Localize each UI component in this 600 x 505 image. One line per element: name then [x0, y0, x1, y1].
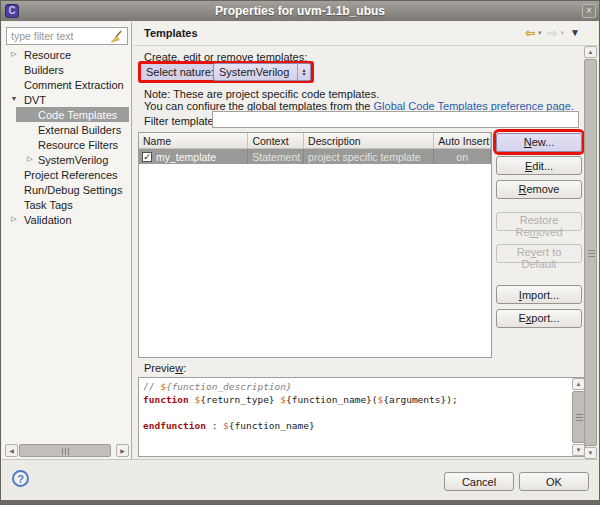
window-title: Properties for uvm-1.1b_ubus	[1, 4, 599, 18]
sidebar-item-systemverilog[interactable]: ▷SystemVerilog	[2, 152, 130, 167]
code-line: // ${function_description}	[143, 380, 570, 393]
help-icon[interactable]: ?	[12, 470, 29, 487]
preview-label: Preview:	[144, 362, 186, 374]
sidebar-item-project-references[interactable]: Project References	[2, 167, 130, 182]
code-line: endfunction : ${function_name}	[143, 419, 570, 432]
edit-button[interactable]: Edit...	[496, 156, 582, 175]
button-wrap: Restore Removed	[496, 212, 582, 240]
sidebar-item-label: Run/Debug Settings	[24, 184, 122, 196]
code-line: function ${return_type} ${function_name}…	[143, 393, 570, 406]
column-header-name[interactable]: Name	[139, 133, 248, 148]
sidebar-item-label: SystemVerilog	[38, 154, 108, 166]
scroll-left-icon[interactable]: ◀	[5, 444, 18, 457]
spinner-down-icon: ▾	[302, 72, 305, 76]
preview-code: // ${function_description}function ${ret…	[143, 380, 570, 432]
cancel-button[interactable]: Cancel	[444, 472, 514, 491]
scrollbar-grip	[62, 448, 69, 455]
button-wrap: Export...	[496, 308, 582, 328]
select-nature-label: Select nature:	[146, 66, 214, 78]
page-header: Templates ⇦▾ ⇨▾ ▼	[133, 22, 598, 46]
view-menu-icon[interactable]: ▼	[570, 26, 580, 40]
templates-page: Templates ⇦▾ ⇨▾ ▼ Create, edit or remove…	[133, 22, 598, 460]
clear-filter-broom-icon[interactable]	[110, 30, 123, 43]
sidebar-item-run-debug-settings[interactable]: Run/Debug Settings	[2, 182, 130, 197]
combo-spinner-icon[interactable]: ▴ ▾	[297, 64, 310, 80]
ok-button[interactable]: OK	[519, 472, 589, 491]
table-row[interactable]: ✓my_templateStatementproject specific te…	[139, 149, 491, 164]
sidebar-item-builders[interactable]: Builders	[2, 62, 130, 77]
column-header-context[interactable]: Context	[248, 133, 304, 148]
sidebar-item-label: Comment Extraction	[24, 79, 124, 91]
sidebar-item-code-templates[interactable]: Code Templates	[2, 107, 130, 122]
code-line	[143, 406, 570, 419]
scroll-right-icon[interactable]: ▶	[116, 444, 129, 457]
scrollbar-thumb[interactable]	[19, 444, 111, 457]
button-wrap: Import...	[496, 285, 582, 305]
forward-arrow-icon: ⇨	[548, 26, 558, 40]
select-nature-annotation: Select nature: SystemVerilog ▴ ▾	[138, 61, 314, 83]
sidebar-horizontal-scrollbar: ◀ ▶	[5, 444, 129, 457]
sidebar-item-label: Code Templates	[38, 109, 117, 121]
window-bottom-edge	[1, 500, 599, 504]
preference-tree: ▷ResourceBuildersComment Extraction▼DVTC…	[2, 47, 130, 227]
sidebar-item-label: External Builders	[38, 124, 121, 136]
sidebar-item-resource-filters[interactable]: Resource Filters	[2, 137, 130, 152]
scroll-up-icon[interactable]: ▲	[584, 46, 597, 58]
title-bar: C Properties for uvm-1.1b_ubus ×	[1, 1, 599, 21]
back-arrow-icon[interactable]: ⇦	[525, 26, 535, 40]
sidebar-item-label: Resource	[24, 49, 71, 61]
page-scrollbar: ▲ ▼	[584, 46, 597, 459]
template-checkbox[interactable]: ✓	[142, 152, 152, 162]
tree-collapsed-icon[interactable]: ▷	[9, 215, 19, 223]
window-icon: C	[5, 4, 19, 18]
filter-templates-input[interactable]	[212, 111, 579, 128]
template-description: project specific template	[304, 149, 434, 164]
new-button[interactable]: New...	[496, 133, 582, 152]
export-button[interactable]: Export...	[496, 309, 582, 328]
import-button[interactable]: Import...	[496, 285, 582, 304]
tree-collapsed-icon[interactable]: ▷	[25, 155, 35, 163]
column-header-description[interactable]: Description	[304, 133, 434, 148]
sidebar-item-comment-extraction[interactable]: Comment Extraction	[2, 77, 130, 92]
nature-combo[interactable]: SystemVerilog ▴ ▾	[213, 63, 311, 81]
forward-caret-icon: ▾	[561, 29, 565, 37]
sidebar-item-label: Resource Filters	[38, 139, 118, 151]
page-title: Templates	[144, 27, 198, 39]
template-auto-insert: on	[434, 149, 491, 164]
templates-table: NameContextDescriptionAuto Insert ✓my_te…	[138, 132, 492, 358]
sidebar-item-label: Project References	[24, 169, 118, 181]
column-header-auto-insert[interactable]: Auto Insert	[434, 133, 491, 148]
dialog-footer: ? Cancel OK	[2, 459, 598, 500]
preference-sidebar: ▷ResourceBuildersComment Extraction▼DVTC…	[2, 22, 132, 460]
tree-expanded-icon[interactable]: ▼	[9, 95, 19, 102]
remove-button[interactable]: Remove	[496, 180, 582, 199]
note-line-1: Note: These are project specific code te…	[144, 88, 379, 100]
scrollbar-thumb[interactable]	[584, 59, 597, 446]
scroll-down-icon[interactable]: ▼	[584, 447, 597, 459]
template-context: Statement	[248, 149, 304, 164]
button-wrap: Remove	[496, 179, 582, 199]
annotation-highlight: New...	[496, 132, 582, 152]
sidebar-item-label: Builders	[24, 64, 64, 76]
button-wrap: Revert to Default	[496, 244, 582, 272]
revert-to-default-button: Revert to Default	[496, 244, 582, 263]
sidebar-item-task-tags[interactable]: Task Tags	[2, 197, 130, 212]
preview-pane[interactable]: // ${function_description}function ${ret…	[138, 377, 586, 457]
header-nav-icons: ⇦▾ ⇨▾ ▼	[525, 26, 580, 40]
properties-dialog: C Properties for uvm-1.1b_ubus × ▷Resour…	[0, 0, 600, 505]
sidebar-item-resource[interactable]: ▷Resource	[2, 47, 130, 62]
back-caret-icon[interactable]: ▾	[538, 29, 542, 37]
template-name: my_template	[156, 151, 216, 163]
sidebar-item-label: DVT	[24, 94, 46, 106]
action-button-column: New...Edit...RemoveRestore RemovedRevert…	[496, 132, 582, 332]
filter-templates-label: Filter templates:	[144, 115, 222, 127]
sidebar-item-label: Task Tags	[24, 199, 73, 211]
sidebar-item-validation[interactable]: ▷Validation	[2, 212, 130, 227]
sidebar-item-dvt[interactable]: ▼DVT	[2, 92, 130, 107]
sidebar-item-external-builders[interactable]: External Builders	[2, 122, 130, 137]
tree-collapsed-icon[interactable]: ▷	[9, 50, 19, 58]
close-icon[interactable]: ×	[582, 4, 596, 18]
table-header-row: NameContextDescriptionAuto Insert	[139, 133, 491, 149]
table-body: ✓my_templateStatementproject specific te…	[139, 149, 491, 164]
restore-removed-button: Restore Removed	[496, 212, 582, 231]
